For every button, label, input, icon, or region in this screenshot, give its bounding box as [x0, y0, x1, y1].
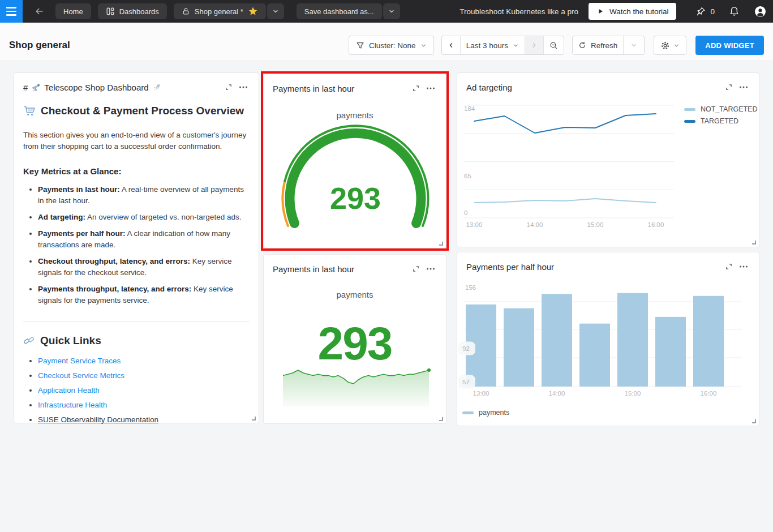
back-button[interactable] — [29, 3, 49, 19]
legend-swatch-payments — [462, 411, 474, 414]
list-item: Application Health — [38, 386, 250, 395]
legend-swatch-targeted — [684, 120, 695, 123]
add-widget-button[interactable]: ADD WIDGET — [695, 36, 764, 55]
save-dashboard-as-button[interactable]: Save dashboard as... — [297, 3, 382, 19]
chevron-down-icon — [420, 42, 427, 49]
chevron-down-icon — [272, 8, 279, 15]
svg-text:16:00: 16:00 — [701, 390, 717, 397]
time-range-selector[interactable]: Last 3 hours — [460, 36, 525, 54]
bell-icon — [729, 6, 739, 16]
gear-icon — [660, 41, 670, 50]
telescope-icon — [31, 83, 41, 92]
markdown-title-text: Telescope Shop Dashboard — [44, 83, 148, 92]
time-range-label: Last 3 hours — [466, 41, 508, 50]
notifications-button[interactable] — [729, 6, 739, 16]
overview-paragraph: This section gives you an end-to-end vie… — [23, 130, 250, 152]
cluster-filter-button[interactable]: Cluster: None — [349, 36, 434, 55]
widget-menu-button[interactable] — [236, 81, 251, 93]
resize-handle[interactable] — [439, 417, 443, 421]
user-avatar[interactable] — [754, 6, 766, 18]
link-checkout-service-metrics[interactable]: Checkout Service Metrics — [38, 371, 124, 380]
widget-menu-button[interactable] — [423, 83, 438, 94]
chevron-down-icon — [630, 42, 637, 49]
widget-title: Payments in last hour — [273, 84, 409, 93]
payments-gauge-widget: Payments in last hour payments 293 — [263, 74, 446, 248]
list-item: Payments per half hour: A clear indicati… — [38, 228, 250, 251]
refresh-label: Refresh — [591, 41, 617, 50]
dashboard-page: Home Dashboards Shop general * — [0, 0, 773, 532]
svg-text:184: 184 — [464, 105, 475, 112]
svg-text:15:00: 15:00 — [625, 390, 641, 397]
time-range-next-button[interactable] — [525, 36, 543, 54]
back-arrow-icon — [34, 7, 44, 16]
svg-text:16:00: 16:00 — [648, 221, 664, 228]
nav-dashboard-tab[interactable]: Shop general * — [174, 3, 266, 19]
ad-targeting-widget: Ad targeting 18465013:0014:0015:0016:00 … — [457, 72, 759, 247]
list-item: Checkout Service Metrics — [38, 371, 250, 380]
legend-item-not-targeted[interactable]: NOT_TARGETED — [684, 105, 757, 113]
expand-icon — [225, 83, 233, 91]
save-dashboard-as-label: Save dashboard as... — [304, 7, 374, 16]
expand-widget-button[interactable] — [409, 83, 423, 94]
nav-home-button[interactable]: Home — [55, 3, 91, 19]
list-item: SUSE Observability Documentation — [38, 415, 250, 424]
resize-handle[interactable] — [752, 419, 756, 423]
unlock-icon — [182, 7, 190, 16]
markdown-title-hash: # — [23, 83, 28, 92]
cluster-filter-label: Cluster: None — [369, 41, 416, 50]
watch-tutorial-label: Watch the tutorial — [609, 7, 669, 16]
resize-handle[interactable] — [252, 417, 256, 421]
link-application-health[interactable]: Application Health — [38, 386, 100, 394]
svg-text:14:00: 14:00 — [527, 221, 543, 228]
legend-item-payments[interactable]: payments — [462, 409, 509, 417]
time-range-previous-button[interactable] — [442, 36, 460, 54]
ellipsis-icon — [426, 84, 435, 92]
payments-bar-chart: 156925713:0014:0015:0016:00 — [457, 281, 760, 402]
quick-links-heading: Quick Links — [23, 334, 250, 347]
payments-per-half-hour-widget: Payments per half hour 156925713:0014:00… — [457, 252, 759, 426]
svg-text:13:00: 13:00 — [473, 390, 489, 397]
number-series-label: payments — [264, 290, 446, 299]
payments-value: 293 — [264, 316, 446, 371]
zoom-out-time-button[interactable] — [543, 36, 564, 54]
chevron-down-icon — [673, 42, 680, 49]
dashboard-settings-button[interactable] — [654, 36, 686, 55]
expand-icon — [412, 265, 420, 273]
save-dashboard-dropdown[interactable] — [383, 3, 400, 19]
link-payment-service-traces[interactable]: Payment Service Traces — [38, 357, 121, 365]
refresh-button[interactable]: Refresh — [573, 36, 623, 54]
widget-menu-button[interactable] — [736, 261, 751, 272]
markdown-widget-title: # Telescope Shop Dashboard — [23, 83, 221, 92]
avatar-icon — [754, 6, 766, 18]
svg-text:57: 57 — [462, 379, 470, 385]
play-icon — [596, 7, 604, 16]
refresh-interval-dropdown[interactable] — [623, 36, 644, 54]
expand-widget-button[interactable] — [409, 263, 423, 274]
link-suse-observability-docs[interactable]: SUSE Observability Documentation — [38, 415, 158, 424]
link-infrastructure-health[interactable]: Infrastructure Health — [38, 401, 107, 409]
checkout-overview-heading: Checkout & Payment Process Overview — [23, 105, 250, 117]
resize-handle[interactable] — [439, 242, 443, 246]
expand-widget-button[interactable] — [722, 81, 736, 93]
chevron-right-icon — [531, 42, 538, 49]
svg-text:156: 156 — [465, 284, 476, 291]
list-item: Ad targeting: An overview of targeted vs… — [38, 212, 250, 223]
dashboard-tab-label: Shop general * — [195, 7, 243, 16]
promo-text: Troubleshoot Kubernetes like a pro — [459, 7, 578, 16]
watch-tutorial-button[interactable]: Watch the tutorial — [589, 3, 677, 20]
favorite-star-icon[interactable] — [248, 6, 258, 16]
svg-text:13:00: 13:00 — [466, 221, 483, 228]
hamburger-menu-button[interactable] — [0, 0, 23, 23]
widget-menu-button[interactable] — [736, 81, 751, 93]
ellipsis-icon — [426, 265, 435, 273]
legend-item-targeted[interactable]: TARGETED — [684, 117, 757, 125]
resize-handle[interactable] — [752, 241, 756, 244]
pinned-views-button[interactable]: 0 — [695, 6, 715, 17]
expand-widget-button[interactable] — [221, 81, 236, 93]
expand-widget-button[interactable] — [722, 261, 736, 272]
dashboard-tab-dropdown[interactable] — [267, 3, 284, 19]
ellipsis-icon — [739, 263, 748, 271]
gauge-series-label: payments — [264, 110, 446, 120]
nav-dashboards-button[interactable]: Dashboards — [98, 3, 167, 19]
widget-menu-button[interactable] — [423, 263, 438, 274]
